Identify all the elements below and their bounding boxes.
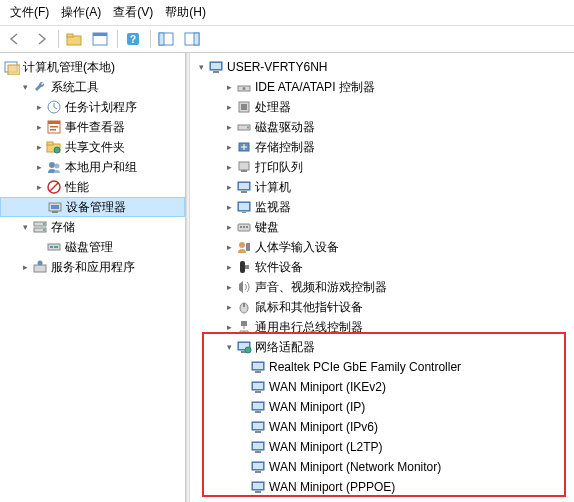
expander-icon[interactable]: ▾ bbox=[18, 80, 32, 94]
expander-icon[interactable]: ▸ bbox=[32, 100, 46, 114]
category-label: 鼠标和其他指针设备 bbox=[255, 299, 363, 316]
device-category[interactable]: ▾网络适配器 bbox=[190, 337, 574, 357]
network-adapter[interactable]: ▸Realtek PCIe GbE Family Controller bbox=[190, 357, 574, 377]
expander-icon[interactable]: ▸ bbox=[32, 120, 46, 134]
menu-file[interactable]: 文件(F) bbox=[4, 2, 55, 23]
node-performance[interactable]: ▸ 性能 bbox=[0, 177, 185, 197]
adapter-label: WAN Miniport (Network Monitor) bbox=[269, 460, 441, 474]
device-category[interactable]: ▸计算机 bbox=[190, 177, 574, 197]
expander-icon[interactable]: ▸ bbox=[18, 260, 32, 274]
svg-rect-24 bbox=[52, 211, 58, 213]
menu-action[interactable]: 操作(A) bbox=[55, 2, 107, 23]
svg-point-19 bbox=[54, 147, 60, 153]
menu-help[interactable]: 帮助(H) bbox=[159, 2, 212, 23]
help-button[interactable]: ? bbox=[122, 28, 146, 50]
svg-rect-60 bbox=[245, 265, 249, 269]
expander-icon[interactable]: ▾ bbox=[222, 340, 236, 354]
svg-rect-7 bbox=[159, 33, 164, 45]
device-category[interactable]: ▸人体学输入设备 bbox=[190, 237, 574, 257]
menu-view[interactable]: 查看(V) bbox=[107, 2, 159, 23]
root-computer-management[interactable]: 计算机管理(本地) bbox=[0, 57, 185, 77]
node-event-viewer[interactable]: ▸ 事件查看器 bbox=[0, 117, 185, 137]
expander-icon[interactable]: ▸ bbox=[222, 220, 236, 234]
expander-icon[interactable]: ▸ bbox=[222, 160, 236, 174]
network-adapter[interactable]: ▸WAN Miniport (Network Monitor) bbox=[190, 457, 574, 477]
svg-rect-82 bbox=[255, 451, 261, 453]
node-device-manager[interactable]: ▸ 设备管理器 bbox=[0, 197, 185, 217]
device-category[interactable]: ▸存储控制器 bbox=[190, 137, 574, 157]
node-services-apps[interactable]: ▸ 服务和应用程序 bbox=[0, 257, 185, 277]
expander-icon[interactable]: ▸ bbox=[222, 120, 236, 134]
expander-icon[interactable]: ▸ bbox=[222, 140, 236, 154]
node-shared-folders[interactable]: ▸ 共享文件夹 bbox=[0, 137, 185, 157]
expander-icon[interactable]: ▸ bbox=[222, 240, 236, 254]
expander-icon[interactable]: ▸ bbox=[222, 180, 236, 194]
svg-rect-55 bbox=[243, 226, 245, 228]
device-category[interactable]: ▸IDE ATA/ATAPI 控制器 bbox=[190, 77, 574, 97]
node-local-users[interactable]: ▸ 本地用户和组 bbox=[0, 157, 185, 177]
device-root[interactable]: ▾ USER-VFRTY6NH bbox=[190, 57, 574, 77]
expander-icon[interactable]: ▸ bbox=[222, 200, 236, 214]
device-tree: ▾ USER-VFRTY6NH ▸IDE ATA/ATAPI 控制器▸处理器▸磁… bbox=[190, 57, 574, 497]
svg-rect-88 bbox=[255, 491, 261, 493]
svg-rect-72 bbox=[253, 383, 263, 389]
node-task-scheduler[interactable]: ▸ 任务计划程序 bbox=[0, 97, 185, 117]
expander-icon[interactable]: ▸ bbox=[32, 180, 46, 194]
svg-rect-3 bbox=[93, 33, 107, 36]
device-category[interactable]: ▸软件设备 bbox=[190, 257, 574, 277]
expander-icon[interactable]: ▸ bbox=[222, 300, 236, 314]
adapter-icon bbox=[250, 399, 266, 415]
network-adapter[interactable]: ▸WAN Miniport (L2TP) bbox=[190, 437, 574, 457]
svg-text:?: ? bbox=[129, 34, 135, 45]
panel-icon bbox=[158, 31, 174, 47]
adapter-icon bbox=[250, 439, 266, 455]
adapter-icon bbox=[250, 359, 266, 375]
expander-icon[interactable]: ▸ bbox=[222, 320, 236, 334]
network-adapter[interactable]: ▸WAN Miniport (IPv6) bbox=[190, 417, 574, 437]
svg-rect-63 bbox=[241, 321, 247, 326]
svg-rect-81 bbox=[253, 443, 263, 449]
panel2-button[interactable] bbox=[181, 28, 205, 50]
device-category[interactable]: ▸处理器 bbox=[190, 97, 574, 117]
device-category[interactable]: ▸监视器 bbox=[190, 197, 574, 217]
expander-icon[interactable]: ▸ bbox=[32, 140, 46, 154]
network-adapter[interactable]: ▸WAN Miniport (IKEv2) bbox=[190, 377, 574, 397]
mmc-icon bbox=[4, 59, 20, 75]
device-category[interactable]: ▸打印队列 bbox=[190, 157, 574, 177]
device-category[interactable]: ▸声音、视频和游戏控制器 bbox=[190, 277, 574, 297]
adapter-icon bbox=[250, 459, 266, 475]
expander-icon[interactable]: ▸ bbox=[222, 80, 236, 94]
node-label: 任务计划程序 bbox=[65, 99, 137, 116]
svg-point-43 bbox=[247, 127, 249, 129]
node-system-tools[interactable]: ▾ 系统工具 bbox=[0, 77, 185, 97]
console-button[interactable] bbox=[89, 28, 113, 50]
folder-button[interactable] bbox=[63, 28, 87, 50]
expander-icon[interactable]: ▸ bbox=[32, 160, 46, 174]
device-category[interactable]: ▸键盘 bbox=[190, 217, 574, 237]
category-icon bbox=[236, 199, 252, 215]
svg-point-34 bbox=[38, 261, 43, 266]
device-category[interactable]: ▸磁盘驱动器 bbox=[190, 117, 574, 137]
services-icon bbox=[32, 259, 48, 275]
expander-icon[interactable]: ▸ bbox=[222, 260, 236, 274]
adapter-label: WAN Miniport (IP) bbox=[269, 400, 365, 414]
expander-icon[interactable]: ▾ bbox=[18, 220, 32, 234]
svg-rect-52 bbox=[242, 212, 246, 213]
network-adapter[interactable]: ▸WAN Miniport (PPPOE) bbox=[190, 477, 574, 497]
expander-icon[interactable]: ▸ bbox=[222, 280, 236, 294]
expander-icon[interactable]: ▸ bbox=[222, 100, 236, 114]
toolbar-separator bbox=[150, 30, 151, 48]
svg-rect-70 bbox=[255, 371, 261, 373]
category-label: 监视器 bbox=[255, 199, 291, 216]
device-category[interactable]: ▸鼠标和其他指针设备 bbox=[190, 297, 574, 317]
panel1-button[interactable] bbox=[155, 28, 179, 50]
device-category[interactable]: ▸通用串行总线控制器 bbox=[190, 317, 574, 337]
back-button[interactable] bbox=[4, 28, 28, 50]
node-disk-management[interactable]: ▸ 磁盘管理 bbox=[0, 237, 185, 257]
expander-icon[interactable]: ▾ bbox=[194, 60, 208, 74]
node-storage[interactable]: ▾ 存储 bbox=[0, 217, 185, 237]
forward-button[interactable] bbox=[30, 28, 54, 50]
network-adapter[interactable]: ▸WAN Miniport (IP) bbox=[190, 397, 574, 417]
svg-rect-11 bbox=[8, 65, 20, 75]
svg-point-20 bbox=[49, 162, 55, 168]
